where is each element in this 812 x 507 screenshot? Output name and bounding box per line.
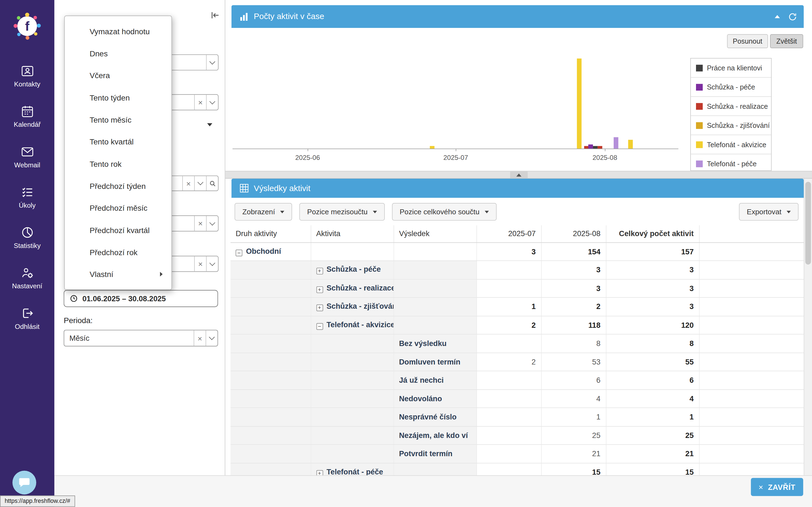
chat-button[interactable] <box>12 470 36 494</box>
expand-toggle-icon[interactable]: + <box>316 286 323 293</box>
menu-item-tento-kvartal[interactable]: Tento kvartál <box>65 131 171 153</box>
collapse-toggle-icon[interactable]: − <box>235 249 242 256</box>
chart-panel-header[interactable]: Počty aktivit v čase <box>231 5 804 28</box>
menu-item-tento-tyden[interactable]: Tento týden <box>65 87 171 109</box>
legend-item-telefonat-akvizice[interactable]: Telefonát - akvizice <box>691 135 771 154</box>
row-label-cell <box>393 242 476 261</box>
value-cell: 8 <box>606 334 699 353</box>
chart-panel-title: Počty aktivit v čase <box>254 12 324 21</box>
toolbar-button-label: Zobrazení <box>242 208 275 216</box>
table-row: Potvrdit termín2121 <box>230 445 804 463</box>
value-cell: 154 <box>541 242 606 261</box>
row-label-cell <box>311 426 393 445</box>
row-label-cell <box>311 389 393 408</box>
collapse-toggle-icon[interactable]: − <box>316 323 323 330</box>
sidebar-item-statistiky[interactable]: Statistiky <box>0 218 54 258</box>
table-row: −Obchodní3154157 <box>230 242 804 261</box>
menu-item-vymazat-hodnotu[interactable]: Vymazat hodnotu <box>65 20 171 42</box>
sidebar-item-webmail[interactable]: Webmail <box>0 137 54 177</box>
tasks-icon <box>20 185 34 199</box>
collapse-chart-icon[interactable] <box>775 15 780 18</box>
caret-down-icon[interactable] <box>207 123 212 126</box>
scrollbar-thumb[interactable] <box>805 182 811 265</box>
menu-item-predchozi-mesic[interactable]: Předchozí měsíc <box>65 197 171 219</box>
row-label-cell: Já už nechci <box>393 371 476 389</box>
row-label-cell <box>311 334 393 353</box>
value-cell: 21 <box>606 445 699 463</box>
row-label-cell <box>311 408 393 427</box>
value-cell: 2 <box>476 353 541 371</box>
legend-item-schuzka-zjistovani[interactable]: Schůzka - zjišťování <box>691 116 771 135</box>
expand-toggle-icon[interactable]: + <box>316 470 323 475</box>
collapse-panel-icon[interactable] <box>211 11 220 19</box>
expand-toggle-icon[interactable]: + <box>316 268 323 275</box>
value-cell: 120 <box>606 316 699 334</box>
table-panel-header[interactable]: Výsledky aktivit <box>231 179 804 198</box>
row-label-cell <box>311 371 393 389</box>
sidebar-item-kontakty[interactable]: Kontakty <box>0 56 54 96</box>
menu-item-label: Tento kvartál <box>90 137 133 146</box>
row-label-cell <box>230 279 311 298</box>
table-row: Já už nechci66 <box>230 371 804 389</box>
filler-cell <box>699 297 804 316</box>
clear-value-icon[interactable]: × <box>182 176 194 191</box>
clear-period-icon[interactable]: × <box>194 330 206 346</box>
panel-splitter[interactable] <box>225 171 812 179</box>
sidebar-item-kalendar[interactable]: Kalendář <box>0 96 54 137</box>
row-label-cell: Nezájem, ale kdo ví <box>393 426 476 445</box>
menu-item-vcera[interactable]: Včera <box>65 64 171 87</box>
menu-item-predchozi-tyden[interactable]: Předchozí týden <box>65 175 171 197</box>
legend-item-telefonat-pece[interactable]: Telefonát - péče <box>691 154 771 171</box>
refresh-icon[interactable] <box>788 12 797 21</box>
chevron-down-icon[interactable] <box>206 256 218 271</box>
clear-value-icon[interactable]: × <box>194 256 206 271</box>
legend-item-schuzka-realizace[interactable]: Schůzka - realizace <box>691 97 771 116</box>
app-window: f KontaktyKalendářWebmailÚkolyStatistiky… <box>0 0 812 507</box>
sidebar-item-odhlasit[interactable]: Odhlásit <box>0 298 54 339</box>
menu-item-label: Vlastní <box>90 270 113 279</box>
sidebar-item-ukoly[interactable]: Úkoly <box>0 177 54 217</box>
sidebar-item-nastaveni[interactable]: Nastavení <box>0 258 54 298</box>
value-cell: 3 <box>606 279 699 298</box>
row-label-cell <box>311 242 393 261</box>
chevron-down-icon[interactable] <box>206 95 218 110</box>
chevron-down-icon[interactable] <box>194 176 206 191</box>
mail-icon <box>20 145 34 159</box>
chevron-down-icon[interactable] <box>206 216 218 231</box>
row-label: Schůzka - realizace <box>326 284 393 292</box>
app-logo[interactable]: f <box>12 11 42 41</box>
close-button[interactable]: × ZAVŘÍT <box>751 478 803 496</box>
table-row: +Telefonát - péče1515 <box>230 463 804 475</box>
toolbar-button-pozice-mezisouctu[interactable]: Pozice mezisoučtu <box>300 203 385 221</box>
clear-value-icon[interactable]: × <box>194 216 206 231</box>
value-cell: 3 <box>541 261 606 279</box>
toolbar-button-zobrazeni[interactable]: Zobrazení <box>234 203 292 221</box>
legend-item-schuzka-pece[interactable]: Schůzka - péče <box>691 77 771 97</box>
filler-cell <box>699 242 804 261</box>
menu-item-predchozi-rok[interactable]: Předchozí rok <box>65 241 171 264</box>
search-icon[interactable] <box>206 176 218 191</box>
row-label: Bez výsledku <box>399 339 447 348</box>
date-range-field[interactable]: 01.06.2025 – 30.08.2025 <box>64 290 218 307</box>
export-button[interactable]: Exportovat <box>739 203 799 221</box>
toolbar-button-pozice-celkoveho-souctu[interactable]: Pozice celkového součtu <box>392 203 497 221</box>
chevron-down-icon[interactable] <box>206 55 218 70</box>
menu-item-tento-rok[interactable]: Tento rok <box>65 153 171 175</box>
vertical-scrollbar[interactable] <box>804 179 812 475</box>
menu-item-label: Předchozí kvartál <box>90 226 149 235</box>
row-label-cell <box>311 445 393 463</box>
expand-toggle-icon[interactable]: + <box>316 304 323 311</box>
menu-item-predchozi-kvartal[interactable]: Předchozí kvartál <box>65 219 171 241</box>
chevron-down-icon[interactable] <box>206 330 217 346</box>
table-grid-icon <box>240 184 249 193</box>
menu-item-dnes[interactable]: Dnes <box>65 42 171 64</box>
menu-item-tento-mesic[interactable]: Tento měsíc <box>65 109 171 131</box>
period-select[interactable]: Měsíc × <box>64 330 218 346</box>
clear-value-icon[interactable]: × <box>194 95 206 110</box>
menu-item-vlastni[interactable]: Vlastní <box>65 264 171 286</box>
value-cell: 25 <box>541 426 606 445</box>
value-cell <box>476 334 541 353</box>
legend-item-prace-na-klientovi[interactable]: Práce na klientovi <box>691 59 771 77</box>
sidebar-item-label: Kalendář <box>14 121 41 128</box>
collapse-splitter-button[interactable] <box>510 171 528 178</box>
